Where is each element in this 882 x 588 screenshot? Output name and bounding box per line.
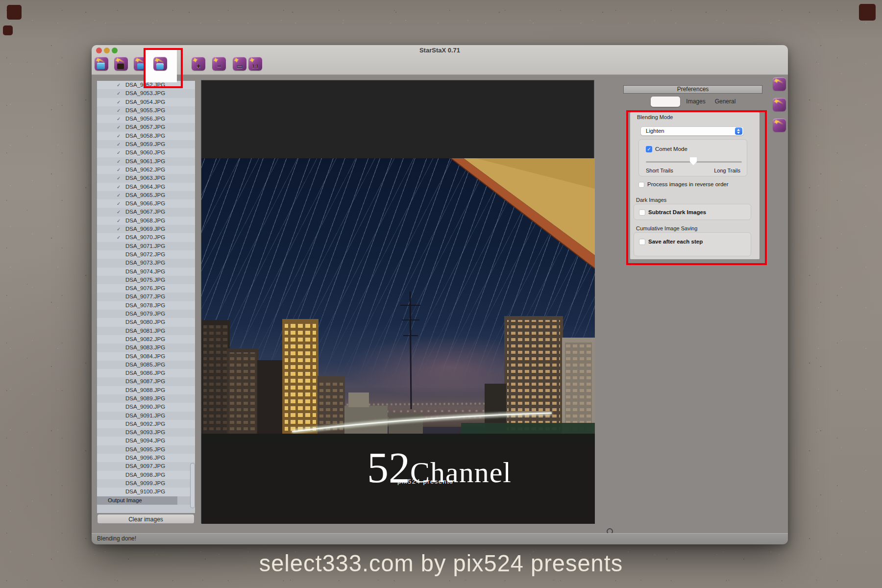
file-row[interactable]: ✓DSA_9054.JPG (97, 98, 195, 106)
check-icon: ✓ (117, 81, 125, 89)
file-row[interactable]: DSA_9100.JPG (97, 488, 195, 496)
file-row[interactable]: ✓DSA_9056.JPG (97, 115, 195, 123)
file-name: DSA_9073.JPG (125, 259, 165, 267)
file-row[interactable]: ✓DSA_9058.JPG (97, 132, 195, 140)
reverse-order-checkbox[interactable] (638, 182, 644, 188)
file-row[interactable]: DSA_9079.JPG (97, 310, 195, 318)
file-row[interactable]: ✓DSA_9066.JPG (97, 199, 195, 208)
file-row[interactable]: ✓DSA_9057.JPG (97, 123, 195, 131)
file-row[interactable]: DSA_9098.JPG (97, 471, 195, 479)
check-icon: ✓ (117, 183, 125, 191)
file-row[interactable]: DSA_9099.JPG (97, 479, 195, 488)
open-images-icon[interactable]: ✦ (95, 57, 108, 71)
file-row[interactable]: DSA_9072.JPG (97, 250, 195, 259)
tab-general[interactable]: General (710, 97, 740, 107)
file-row[interactable]: DSA_9086.JPG (97, 369, 195, 377)
image-thumbnail[interactable]: ✦ (773, 119, 786, 132)
file-name: DSA_9084.JPG (125, 352, 165, 361)
list-scrollbar-thumb[interactable] (190, 463, 195, 508)
cumulative-saving-group: Save after each step (634, 232, 751, 256)
status-text: Blending done! (97, 535, 136, 542)
file-row[interactable]: ✓DSA_9064.JPG (97, 183, 195, 191)
file-name: DSA_9061.JPG (125, 157, 165, 166)
file-row[interactable]: DSA_9074.JPG (97, 268, 195, 276)
save-each-step-label: Save after each step (648, 239, 703, 245)
zoom-actual-icon[interactable]: ✦1:1 (248, 57, 262, 71)
check-icon: ✓ (117, 115, 125, 123)
file-row[interactable]: ✓DSA_9061.JPG (97, 157, 195, 166)
file-row[interactable]: DSA_9080.JPG (97, 318, 195, 326)
file-row[interactable]: ✓DSA_9059.JPG (97, 140, 195, 148)
file-row[interactable]: DSA_9088.JPG (97, 386, 195, 394)
file-row[interactable]: ✓DSA_9053.JPG (97, 89, 195, 98)
background-caption: select333.com by pix524 presents (0, 549, 882, 577)
file-row[interactable]: DSA_9075.JPG (97, 276, 195, 284)
file-row[interactable]: DSA_9081.JPG (97, 327, 195, 335)
short-trails-label: Short Trails (646, 168, 673, 173)
file-row[interactable]: DSA_9090.JPG (97, 403, 195, 411)
check-icon: ✓ (117, 106, 125, 115)
file-name: DSA_9099.JPG (125, 479, 165, 488)
file-name: DSA_9100.JPG (125, 488, 165, 496)
file-name: DSA_9077.JPG (125, 293, 165, 301)
image-thumbnail[interactable]: ✦ (773, 77, 786, 91)
zoom-fit-icon[interactable]: ✦▭ (233, 57, 246, 71)
comet-mode-checkbox[interactable]: ✓ (646, 146, 652, 152)
tab-blending[interactable] (651, 97, 680, 107)
file-name: DSA_9086.JPG (125, 369, 165, 377)
output-image-row[interactable]: Output Image (97, 496, 177, 505)
file-row[interactable]: DSA_9085.JPG (97, 361, 195, 369)
file-row[interactable]: DSA_9087.JPG (97, 377, 195, 386)
file-row[interactable]: DSA_9092.JPG (97, 420, 195, 428)
file-row[interactable]: ✓DSA_9068.JPG (97, 217, 195, 225)
file-row[interactable]: ✓DSA_9069.JPG (97, 225, 195, 233)
file-name: DSA_9058.JPG (125, 132, 165, 140)
file-row[interactable]: DSA_9071.JPG (97, 242, 195, 250)
annotation-red-box-toolbar (144, 48, 183, 88)
check-icon: ✓ (117, 132, 125, 140)
file-row[interactable]: DSA_9093.JPG (97, 428, 195, 437)
file-name: DSA_9082.JPG (125, 335, 165, 343)
blending-mode-dropdown[interactable]: Lighten (640, 126, 744, 136)
clear-images-button[interactable]: Clear images (97, 514, 195, 524)
file-row[interactable]: DSA_9095.JPG (97, 445, 195, 454)
file-row[interactable]: DSA_9076.JPG (97, 284, 195, 293)
file-row[interactable]: ✓DSA_9070.JPG (97, 233, 195, 242)
check-icon: ✓ (117, 148, 125, 157)
starstax-window: StarStaX 0.71 ✦ ✦ ✦ ✦ ✦+ ✦− ✦▭ ✦1:1 ✓DSA… (92, 45, 788, 544)
tab-images[interactable]: Images (681, 97, 710, 107)
file-row[interactable]: DSA_9078.JPG (97, 301, 195, 310)
file-list[interactable]: ✓DSA_9052.JPG✓DSA_9053.JPG✓DSA_9054.JPG✓… (97, 81, 195, 496)
file-row[interactable]: DSA_9094.JPG (97, 437, 195, 445)
file-row[interactable]: DSA_9073.JPG (97, 259, 195, 267)
file-row[interactable]: ✓DSA_9065.JPG (97, 191, 195, 199)
check-icon: ✓ (117, 233, 125, 242)
file-row[interactable]: ✓DSA_9067.JPG (97, 208, 195, 216)
file-row[interactable]: DSA_9091.JPG (97, 412, 195, 420)
image-thumbnail[interactable]: ✦ (773, 98, 786, 111)
file-name: DSA_9070.JPG (125, 233, 165, 242)
preview-canvas[interactable]: 52 Channel pix524 presents (201, 80, 594, 523)
subtract-dark-checkbox[interactable] (639, 209, 645, 216)
file-name: DSA_9053.JPG (125, 89, 165, 98)
file-row[interactable]: ✓DSA_9063.JPG (97, 174, 195, 182)
window-chrome: StarStaX 0.71 ✦ ✦ ✦ ✦ ✦+ ✦− ✦▭ ✦1:1 (92, 45, 788, 75)
file-row[interactable]: DSA_9096.JPG (97, 454, 195, 462)
trail-length-slider-thumb[interactable] (690, 157, 697, 165)
file-row[interactable]: DSA_9089.JPG (97, 394, 195, 403)
file-row[interactable]: DSA_9082.JPG (97, 335, 195, 343)
file-name: DSA_9065.JPG (125, 191, 165, 199)
open-dark-frames-icon[interactable]: ✦ (114, 57, 128, 71)
file-name: DSA_9063.JPG (125, 174, 165, 182)
file-row[interactable]: ✓DSA_9062.JPG (97, 166, 195, 174)
file-row[interactable]: DSA_9077.JPG (97, 293, 195, 301)
file-row[interactable]: DSA_9097.JPG (97, 462, 195, 470)
save-each-step-checkbox[interactable] (639, 239, 645, 245)
file-row[interactable]: DSA_9084.JPG (97, 352, 195, 361)
file-row[interactable]: ✓DSA_9055.JPG (97, 106, 195, 115)
zoom-in-icon[interactable]: ✦+ (192, 57, 205, 71)
zoom-out-icon[interactable]: ✦− (212, 57, 226, 71)
file-row[interactable]: DSA_9083.JPG (97, 343, 195, 352)
file-row[interactable]: ✓DSA_9060.JPG (97, 148, 195, 157)
stacked-star-trail-photo: 52 Channel pix524 presents (201, 158, 595, 524)
